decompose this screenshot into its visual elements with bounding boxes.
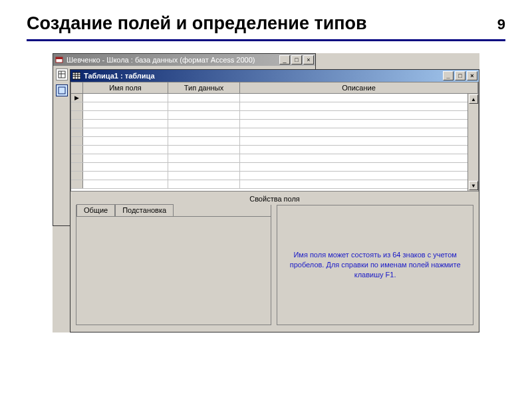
tab-lookup[interactable]: Подстановка xyxy=(115,204,174,217)
grid-body[interactable]: ▶ ▲ ▼ xyxy=(71,94,478,191)
cell-description[interactable] xyxy=(240,137,478,145)
db-close-button[interactable]: × xyxy=(303,55,314,65)
cell-field-name[interactable] xyxy=(83,120,168,128)
cell-description[interactable] xyxy=(240,111,478,119)
cell-field-name[interactable] xyxy=(83,154,168,162)
row-selector[interactable] xyxy=(71,172,83,180)
cell-description[interactable] xyxy=(240,128,478,136)
cell-description[interactable] xyxy=(240,154,478,162)
row-selector-header xyxy=(71,82,83,93)
cell-description[interactable] xyxy=(240,180,478,188)
row-selector[interactable] xyxy=(71,154,83,162)
svg-rect-2 xyxy=(59,71,65,78)
cell-description[interactable] xyxy=(240,120,478,128)
table-row[interactable]: ▶ xyxy=(71,94,478,102)
page-number: 9 xyxy=(497,16,505,33)
col-field-name[interactable]: Имя поля xyxy=(83,82,168,93)
scroll-down-button[interactable]: ▼ xyxy=(469,181,478,190)
scroll-up-button[interactable]: ▲ xyxy=(469,94,478,104)
objects-form-icon[interactable] xyxy=(56,84,68,96)
col-description[interactable]: Описание xyxy=(240,82,478,93)
table-close-button[interactable]: × xyxy=(467,71,477,80)
cell-data-type[interactable] xyxy=(168,146,240,154)
table-row[interactable] xyxy=(71,120,478,128)
cell-field-name[interactable] xyxy=(83,146,168,154)
row-selector[interactable] xyxy=(71,146,83,154)
row-selector[interactable] xyxy=(71,137,83,145)
table-design-window: Таблица1 : таблица _ □ × Имя поля Тип да… xyxy=(70,69,479,332)
table-row[interactable] xyxy=(71,137,478,146)
svg-rect-5 xyxy=(59,87,65,94)
row-selector[interactable] xyxy=(71,111,83,119)
field-grid: Имя поля Тип данных Описание ▶ ▲ ▼ xyxy=(70,82,479,192)
cell-field-name[interactable] xyxy=(83,111,168,119)
access-file-icon xyxy=(55,55,64,65)
table-window-title: Таблица1 : таблица xyxy=(84,72,155,80)
objects-table-icon[interactable] xyxy=(56,68,68,80)
cell-data-type[interactable] xyxy=(168,154,240,162)
grid-scrollbar[interactable]: ▲ ▼ xyxy=(467,94,478,191)
row-selector[interactable] xyxy=(71,102,83,110)
cell-data-type[interactable] xyxy=(168,94,240,102)
row-selector[interactable] xyxy=(71,128,83,136)
table-row[interactable] xyxy=(71,154,478,163)
grid-header: Имя поля Тип данных Описание xyxy=(71,82,478,94)
cell-field-name[interactable] xyxy=(83,180,168,188)
cell-data-type[interactable] xyxy=(168,163,240,171)
properties-tabs-panel: Общие Подстановка xyxy=(76,205,271,325)
field-properties-label: Свойства поля xyxy=(70,192,479,205)
table-maximize-button[interactable]: □ xyxy=(455,71,466,80)
cell-description[interactable] xyxy=(240,163,478,171)
screenshot-area: Шевченко - Школа : база данных (формат A… xyxy=(53,53,479,332)
row-selector[interactable] xyxy=(71,163,83,171)
cell-data-type[interactable] xyxy=(168,180,240,188)
cell-data-type[interactable] xyxy=(168,172,240,180)
table-icon xyxy=(72,71,81,80)
col-data-type[interactable]: Тип данных xyxy=(168,82,240,93)
table-row[interactable] xyxy=(71,163,478,172)
table-row[interactable] xyxy=(71,180,478,189)
table-row[interactable] xyxy=(71,128,478,137)
svg-rect-1 xyxy=(56,57,63,59)
cell-description[interactable] xyxy=(240,172,478,180)
db-minimize-button[interactable]: _ xyxy=(279,55,290,65)
cell-description[interactable] xyxy=(240,146,478,154)
db-window-title: Шевченко - Школа : база данных (формат A… xyxy=(66,56,255,64)
tab-general[interactable]: Общие xyxy=(76,204,115,217)
db-maximize-button[interactable]: □ xyxy=(291,55,302,65)
cell-description[interactable] xyxy=(240,102,478,110)
table-row[interactable] xyxy=(71,146,478,154)
row-selector[interactable] xyxy=(71,120,83,128)
cell-field-name[interactable] xyxy=(83,172,168,180)
table-window-titlebar[interactable]: Таблица1 : таблица _ □ × xyxy=(70,70,479,82)
hint-text: Имя поля может состоять из 64 знаков с у… xyxy=(287,250,464,280)
cell-field-name[interactable] xyxy=(83,163,168,171)
cell-field-name[interactable] xyxy=(83,94,168,102)
db-window-titlebar[interactable]: Шевченко - Школа : база данных (формат A… xyxy=(53,54,315,66)
table-minimize-button[interactable]: _ xyxy=(443,71,454,80)
cell-field-name[interactable] xyxy=(83,102,168,110)
cell-data-type[interactable] xyxy=(168,137,240,145)
cell-field-name[interactable] xyxy=(83,128,168,136)
table-row[interactable] xyxy=(71,172,478,180)
cell-description[interactable] xyxy=(240,94,478,102)
slide-title: Создание полей и определение типов xyxy=(27,13,367,34)
table-row[interactable] xyxy=(71,111,478,120)
svg-rect-6 xyxy=(72,72,80,79)
table-row[interactable] xyxy=(71,102,478,111)
cell-data-type[interactable] xyxy=(168,102,240,110)
cell-data-type[interactable] xyxy=(168,128,240,136)
row-selector[interactable] xyxy=(71,180,83,188)
cell-field-name[interactable] xyxy=(83,137,168,145)
cell-data-type[interactable] xyxy=(168,111,240,119)
hint-panel: Имя поля может состоять из 64 знаков с у… xyxy=(277,205,473,325)
cell-data-type[interactable] xyxy=(168,120,240,128)
row-selector[interactable]: ▶ xyxy=(71,94,83,102)
